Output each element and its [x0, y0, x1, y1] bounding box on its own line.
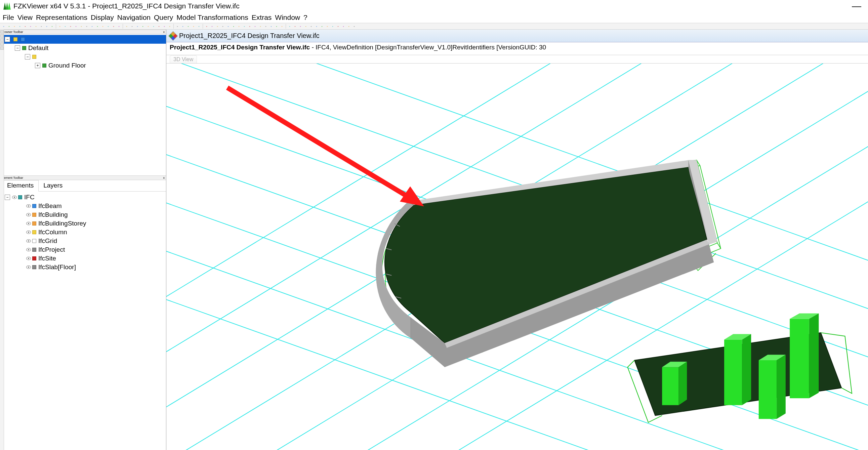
toolbar-copy-icon[interactable]: ◦	[23, 24, 28, 29]
element-row-IfcSlab[Floor][interactable]: IfcSlab[Floor]	[0, 263, 166, 272]
element-row-IfcProject[interactable]: IfcProject	[0, 245, 166, 254]
minimize-button[interactable]: —	[848, 3, 865, 9]
toolbar-open-icon[interactable]: ◦	[1, 24, 6, 29]
toolbar-dropdown-icon[interactable]: ◦	[12, 24, 17, 29]
toolbar-bar7-icon[interactable]: ◦	[319, 24, 324, 29]
toolbar-bar12-icon[interactable]: ◦	[346, 24, 351, 29]
element-tree[interactable]: IFCIfcBeamIfcBuildingIfcBuildingStoreyIf…	[0, 191, 166, 450]
toolbar-arrow-icon[interactable]: ◦	[63, 24, 67, 29]
toolbar-sel-all-icon[interactable]: ◦	[130, 24, 134, 29]
toolbar-rotate-icon[interactable]: ◦	[90, 24, 94, 29]
visibility-eye-icon[interactable]	[26, 231, 31, 234]
vtool-5[interactable]	[0, 47, 4, 50]
toolbar-bar9-icon[interactable]: ◦	[330, 24, 335, 29]
toolbar-doc-icon[interactable]: ◦	[18, 24, 22, 29]
collapse-icon[interactable]	[5, 194, 10, 200]
toolbar-dot10-icon[interactable]: ◦	[280, 24, 284, 29]
visibility-eye-icon[interactable]	[26, 239, 31, 243]
toolbar-play-icon[interactable]: ◦	[151, 24, 156, 29]
toolbar-cursor-icon[interactable]: ◦	[58, 24, 62, 29]
toolbar-zoom-out-icon[interactable]: ◦	[79, 24, 84, 29]
toolbar-confetti-icon[interactable]: ◦	[210, 24, 214, 29]
toolbar-hand-icon[interactable]: ◦	[68, 24, 73, 29]
collapse-icon[interactable]	[15, 46, 20, 51]
toolbar-bar13-icon[interactable]: ◦	[352, 24, 356, 29]
toolbar-reset-icon[interactable]: ◦	[117, 24, 121, 29]
toolbar-page-icon[interactable]: ◦	[28, 24, 33, 29]
browser-row-2[interactable]	[0, 53, 166, 61]
toolbar-help-icon[interactable]: ◦	[50, 24, 55, 29]
collapse-icon[interactable]	[5, 37, 10, 42]
browser-panel-close-icon[interactable]: x	[163, 30, 165, 34]
toolbar-dot2a-icon[interactable]: ◦	[237, 24, 241, 29]
tab-layers[interactable]: Layers	[39, 180, 67, 191]
browser-row-3[interactable]: Ground Floor	[0, 61, 166, 70]
toolbar-wrench-icon[interactable]: ◦	[44, 24, 49, 29]
menu-query[interactable]: Query	[154, 13, 173, 22]
toolbar-save-icon[interactable]: ◦	[7, 24, 11, 29]
visibility-eye-icon[interactable]	[26, 213, 31, 216]
toolbar-copy2-icon[interactable]: ◦	[34, 24, 38, 29]
browser-tree[interactable]: DefaultGround Floor	[0, 34, 166, 175]
toolbar-dot5-icon[interactable]: ◦	[253, 24, 257, 29]
toolbar-box-icon[interactable]: ◦	[141, 24, 145, 29]
element-row-IfcBuildingStorey[interactable]: IfcBuildingStorey	[0, 219, 166, 228]
visibility-eye-icon[interactable]	[26, 222, 31, 225]
3d-viewport[interactable]	[166, 63, 868, 450]
toolbar-dot6-icon[interactable]: ◦	[258, 24, 263, 29]
toolbar-zoom-in-icon[interactable]: ◦	[73, 24, 78, 29]
toolbar-dot8-icon[interactable]: ◦	[269, 24, 274, 29]
toolbar-dot9-icon[interactable]: ◦	[274, 24, 279, 29]
tab-elements[interactable]: Elements	[2, 180, 39, 191]
toolbar-bar4-icon[interactable]: ◦	[304, 24, 308, 29]
vtool-2[interactable]	[0, 34, 4, 38]
expand-icon[interactable]	[35, 63, 40, 68]
toolbar-palette-icon[interactable]: ◦	[204, 24, 209, 29]
element-row-IfcBuilding[interactable]: IfcBuilding	[0, 210, 166, 219]
toolbar-sel-icon[interactable]: ◦	[124, 24, 129, 29]
toolbar-play2-icon[interactable]: ◦	[162, 24, 167, 29]
toolbar-single-icon[interactable]: ◦	[191, 24, 196, 29]
toolbar-bar5-icon[interactable]: ◦	[309, 24, 313, 29]
browser-row-1[interactable]: Default	[0, 44, 166, 53]
toolbar-bar10-icon[interactable]: ◦	[336, 24, 340, 29]
toolbar-stop-icon[interactable]: ◦	[157, 24, 161, 29]
menu-view[interactable]: View	[18, 13, 33, 22]
menu-representations[interactable]: Representations	[36, 13, 87, 22]
toolbar-bar11-icon[interactable]: ◦	[341, 24, 346, 29]
vtool-4[interactable]	[0, 42, 4, 46]
toolbar-print-icon[interactable]: ◦	[39, 24, 44, 29]
vtool-1[interactable]	[0, 30, 4, 34]
toolbar-bar8-icon[interactable]: ◦	[325, 24, 330, 29]
toolbar-box2-icon[interactable]: ◦	[146, 24, 151, 29]
toolbar-layer-icon[interactable]: ◦	[175, 24, 180, 29]
browser-row-0[interactable]	[0, 35, 166, 44]
element-row-IfcBeam[interactable]: IfcBeam	[0, 202, 166, 210]
toolbar-bar3-icon[interactable]: ◦	[298, 24, 303, 29]
menu-display[interactable]: Display	[91, 13, 114, 22]
menu-file[interactable]: File	[3, 13, 14, 22]
menu-window[interactable]: Window	[275, 13, 300, 22]
element-row-IFC[interactable]: IFC	[0, 193, 166, 202]
toolbar-orbit3-icon[interactable]: ◦	[111, 24, 116, 29]
element-row-IfcColumn[interactable]: IfcColumn	[0, 228, 166, 237]
collapse-icon[interactable]	[25, 54, 30, 59]
toolbar-dot1-icon[interactable]: ◦	[220, 24, 225, 29]
element-row-IfcSite[interactable]: IfcSite	[0, 254, 166, 263]
visibility-eye-icon[interactable]	[26, 266, 31, 269]
toolbar-rainbow-icon[interactable]: ◦	[215, 24, 220, 29]
menu-navigation[interactable]: Navigation	[117, 13, 151, 22]
view-tab-3d[interactable]: 3D View	[170, 56, 197, 63]
toolbar-zoom-fit-icon[interactable]: ◦	[84, 24, 89, 29]
toolbar-dot4-icon[interactable]: ◦	[247, 24, 252, 29]
vtool-3[interactable]	[0, 38, 4, 42]
element-row-IfcGrid[interactable]: IfcGrid	[0, 237, 166, 245]
toolbar-bar2-icon[interactable]: ◦	[293, 24, 298, 29]
toolbar-dot3-icon[interactable]: ◦	[242, 24, 247, 29]
toolbar-pan-icon[interactable]: ◦	[95, 24, 100, 29]
visibility-eye-icon[interactable]	[12, 196, 17, 199]
toolbar-orbit-icon[interactable]: ◦	[100, 24, 105, 29]
toolbar-split-icon[interactable]: ◦	[181, 24, 185, 29]
element-panel-close-icon[interactable]: x	[163, 176, 165, 179]
toolbar-bar1-icon[interactable]: ◦	[287, 24, 292, 29]
